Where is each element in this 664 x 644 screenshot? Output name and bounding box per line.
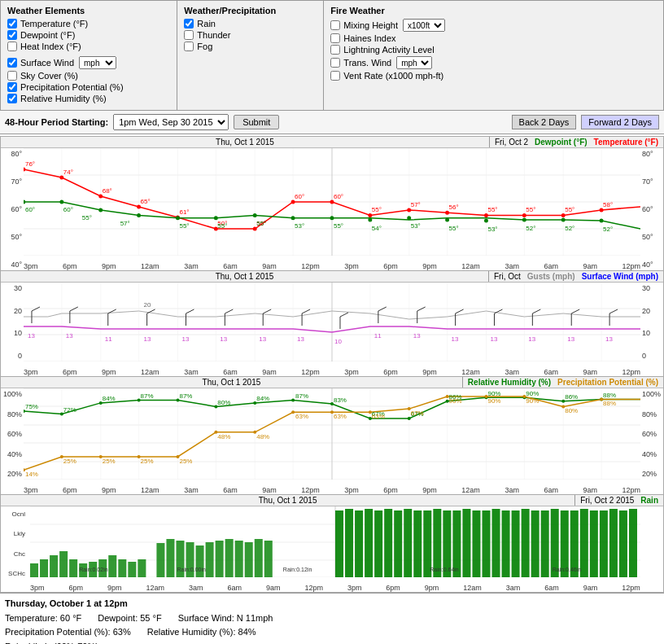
info-dewpoint: Dewpoint: 55 °F — [98, 611, 161, 626]
chart4-x-axis: 3pm 6pm 9pm 12am 3am 6am 9am 12pm 3pm 6p… — [30, 584, 640, 592]
chart1-x-axis: 3pm 6pm 9pm 12am 3am 6am 9am 12pm 3pm 6p… — [24, 262, 640, 270]
svg-rect-286 — [522, 509, 530, 577]
fog-checkbox[interactable] — [184, 42, 194, 51]
rh-legend: Relative Humidity (%) — [468, 378, 551, 387]
svg-text:53°: 53° — [487, 226, 497, 233]
info-temp: Temperature: 60 °F — [5, 611, 81, 626]
mixingheight-label: Mixing Height — [343, 20, 398, 30]
svg-point-26 — [137, 205, 141, 209]
svg-point-224 — [138, 455, 141, 458]
forward-days-button[interactable]: Forward 2 Days — [581, 115, 659, 129]
chart2-y-left: 30 20 10 0 — [1, 283, 24, 361]
relhumidity-checkbox[interactable] — [7, 94, 17, 103]
svg-text:Rain:0.12in: Rain:0.12in — [283, 567, 312, 572]
svg-line-138 — [378, 307, 387, 311]
svg-point-232 — [446, 395, 449, 398]
svg-text:63%: 63% — [372, 413, 385, 420]
svg-text:53°: 53° — [411, 222, 421, 230]
svg-rect-296 — [619, 510, 627, 577]
thunder-checkbox[interactable] — [184, 30, 194, 40]
svg-text:76°: 76° — [25, 160, 35, 168]
mixingheight-select[interactable]: x100ftm — [403, 19, 445, 32]
svg-text:60°: 60° — [295, 193, 304, 200]
svg-point-34 — [291, 200, 295, 204]
temp-legend: Temperature (°F) — [594, 138, 658, 147]
info-wind: Surface Wind: N 11mph — [178, 611, 273, 626]
chart3-y-right: 100% 80% 60% 40% 20% — [640, 388, 663, 480]
svg-text:52°: 52° — [565, 225, 574, 232]
mixingheight-checkbox[interactable] — [330, 20, 340, 30]
svg-rect-266 — [264, 541, 273, 577]
svg-point-74 — [445, 218, 449, 222]
svg-point-22 — [59, 176, 63, 180]
dewpoint-checkbox[interactable] — [7, 30, 17, 40]
submit-button[interactable]: Submit — [234, 115, 279, 129]
svg-point-210 — [214, 405, 217, 408]
surfacewind-select[interactable]: mphktskm/h — [79, 56, 116, 69]
svg-point-230 — [369, 410, 372, 414]
svg-rect-243 — [30, 563, 38, 577]
svg-line-130 — [225, 309, 233, 313]
rain-checkbox[interactable] — [184, 19, 194, 28]
svg-point-227 — [253, 431, 256, 434]
svg-text:20: 20 — [144, 301, 151, 309]
svg-point-48 — [561, 213, 566, 217]
chart1-y-left: 80° 70° 60° 50° 40° — [1, 148, 24, 270]
chart3-x-axis: 3pm 6pm 9pm 12am 3am 6am 9am 12pm 3pm 6p… — [24, 486, 640, 494]
period-select[interactable]: 1pm Wed, Sep 30 2015 — [113, 114, 229, 130]
fire-weather-section: Fire Weather Mixing Height x100ftm Haine… — [324, 1, 663, 110]
haines-checkbox[interactable] — [330, 33, 340, 43]
svg-rect-259 — [196, 545, 204, 577]
mixingheight-checkbox-row: Mixing Height x100ftm — [330, 19, 657, 32]
skycover-checkbox[interactable] — [7, 71, 17, 81]
chart1-svg: 76° 74° 68° 65° 61° 50° 50° 60° 60° 55° … — [24, 148, 640, 256]
fire-weather-title: Fire Weather — [330, 6, 657, 15]
svg-text:84%: 84% — [256, 395, 269, 402]
ventrate-checkbox[interactable] — [330, 71, 340, 81]
lightning-checkbox[interactable] — [330, 45, 340, 55]
svg-text:13: 13 — [28, 332, 35, 340]
heatindex-checkbox[interactable] — [7, 42, 17, 51]
svg-text:74°: 74° — [63, 169, 73, 176]
svg-point-24 — [98, 195, 103, 199]
surfacewind-checkbox[interactable] — [7, 58, 17, 68]
weather-elements-section: Weather Elements Temperature (°F) Dewpoi… — [1, 1, 177, 110]
svg-text:80%: 80% — [217, 399, 230, 406]
fog-label: Fog — [197, 42, 212, 51]
skycover-label: Sky Cover (%) — [20, 71, 78, 81]
svg-rect-285 — [512, 510, 520, 577]
svg-rect-268 — [345, 509, 353, 577]
svg-text:11: 11 — [105, 335, 112, 343]
svg-point-56 — [98, 208, 103, 212]
chart4-svg: Rain:0.02in Rain:0.00in Rain:0.12in Rain… — [30, 506, 640, 577]
svg-point-226 — [214, 431, 217, 434]
chart4-y-left: Ocnl Lkly Chc SCHc — [1, 510, 27, 577]
svg-text:63%: 63% — [295, 413, 308, 420]
back-days-button[interactable]: Back 2 Days — [512, 115, 577, 129]
temp-checkbox[interactable] — [7, 19, 17, 28]
chart2-title-left: Thu, Oct 1 2015 — [1, 271, 489, 282]
svg-text:13: 13 — [66, 332, 73, 340]
chart4-title-left: Thu, Oct 1 2015 — [1, 495, 575, 506]
precippot-checkbox[interactable] — [7, 82, 17, 92]
svg-rect-267 — [335, 510, 343, 577]
chart4-area: Ocnl Lkly Chc SCHc — [1, 506, 663, 592]
svg-text:55°: 55° — [372, 206, 382, 213]
svg-rect-256 — [166, 539, 174, 577]
svg-text:54°: 54° — [372, 225, 382, 232]
transwind-checkbox[interactable] — [330, 58, 340, 68]
svg-point-233 — [485, 395, 488, 398]
svg-rect-270 — [365, 509, 373, 577]
chart1-area: 80° 70° 60° 50° 40° 80° 70° 60° 50° 40° — [1, 148, 663, 270]
rain-checkbox-row: Rain — [184, 19, 317, 28]
top-panel: Weather Elements Temperature (°F) Dewpoi… — [0, 0, 664, 111]
transwind-select[interactable]: mphkts — [396, 56, 432, 69]
svg-point-40 — [407, 208, 411, 212]
thunder-checkbox-row: Thunder — [184, 30, 317, 40]
svg-text:87%: 87% — [141, 392, 154, 400]
chart4-title-right: Fri, Oct 2 2015 Rain — [575, 495, 663, 506]
svg-point-206 — [60, 412, 63, 415]
svg-text:61°: 61° — [179, 208, 189, 216]
svg-text:10: 10 — [334, 338, 342, 345]
svg-rect-283 — [492, 509, 500, 577]
